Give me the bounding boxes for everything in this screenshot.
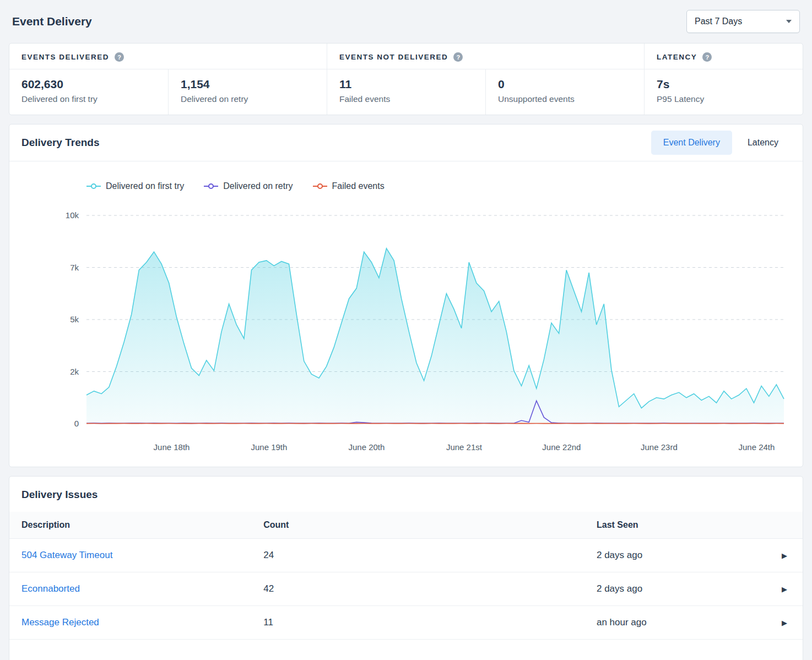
- chevron-right-icon[interactable]: ▶: [770, 574, 803, 604]
- summary-stats-card: EVENTS DELIVERED ? EVENTS NOT DELIVERED …: [9, 43, 803, 115]
- legend-label: Failed events: [332, 181, 385, 191]
- section-title-delivery-trends: Delivery Trends: [21, 137, 100, 149]
- date-range-select[interactable]: Past 7 Days: [686, 10, 800, 33]
- page-title: Event Delivery: [12, 15, 92, 28]
- issue-link[interactable]: Message Rejected: [9, 606, 251, 639]
- issues-table-header: Description Count Last Seen: [9, 512, 803, 539]
- chevron-right-icon[interactable]: ▶: [770, 608, 803, 638]
- chevron-down-icon: [786, 20, 792, 23]
- stats-section-label: EVENTS DELIVERED: [21, 53, 109, 61]
- svg-text:June 22nd: June 22nd: [542, 442, 581, 452]
- issue-count: 11: [251, 606, 584, 639]
- issue-count: 42: [251, 572, 584, 605]
- stat-value: 11: [339, 78, 473, 91]
- stat-label: Delivered on retry: [181, 94, 315, 104]
- svg-text:June 19th: June 19th: [251, 442, 287, 452]
- legend-label: Delivered on retry: [223, 181, 293, 191]
- column-header-count: Count: [251, 512, 584, 538]
- legend-item-retry[interactable]: Delivered on retry: [204, 181, 293, 191]
- stat-delivered-first-try: 602,630 Delivered on first try: [9, 69, 168, 115]
- stats-values: 602,630 Delivered on first try 1,154 Del…: [9, 69, 803, 115]
- column-header-spacer: [771, 517, 803, 533]
- issue-last-seen: 2 days ago: [584, 539, 771, 572]
- trends-header: Delivery Trends Event Delivery Latency: [9, 125, 803, 161]
- legend-label: Delivered on first try: [106, 181, 184, 191]
- chart-area: Delivered on first try Delivered on retr…: [9, 161, 803, 467]
- page: Event Delivery Past 7 Days EVENTS DELIVE…: [0, 0, 812, 660]
- svg-text:June 21st: June 21st: [446, 442, 483, 452]
- section-title-delivery-issues: Delivery Issues: [9, 489, 803, 512]
- column-header-last-seen: Last Seen: [584, 512, 771, 538]
- stats-section-label: EVENTS NOT DELIVERED: [339, 53, 448, 61]
- svg-text:5k: 5k: [70, 315, 79, 324]
- legend-marker-icon: [204, 183, 218, 190]
- stats-section-events-not-delivered: EVENTS NOT DELIVERED ?: [327, 44, 644, 69]
- help-icon[interactable]: ?: [453, 52, 463, 62]
- stat-label: P95 Latency: [657, 94, 791, 104]
- issue-link[interactable]: Econnaborted: [9, 572, 251, 605]
- column-header-description: Description: [9, 512, 251, 538]
- stat-value: 0: [498, 78, 632, 91]
- svg-text:0: 0: [74, 419, 79, 428]
- svg-text:7k: 7k: [70, 263, 79, 272]
- delivery-trends-chart: 02k5k7k10kJune 18thJune 19thJune 20thJun…: [21, 200, 788, 459]
- issue-count: 24: [251, 539, 584, 572]
- stat-p95-latency: 7s P95 Latency: [644, 69, 803, 115]
- trends-tabs: Event Delivery Latency: [651, 131, 791, 155]
- tab-latency[interactable]: Latency: [735, 131, 791, 155]
- tab-event-delivery[interactable]: Event Delivery: [651, 131, 732, 155]
- svg-text:June 20th: June 20th: [348, 442, 385, 452]
- stat-failed-events: 11 Failed events: [327, 69, 485, 115]
- stat-delivered-on-retry: 1,154 Delivered on retry: [168, 69, 327, 115]
- issue-last-seen: 2 days ago: [584, 572, 771, 605]
- help-icon[interactable]: ?: [702, 52, 712, 62]
- stats-section-events-delivered: EVENTS DELIVERED ?: [9, 44, 327, 69]
- delivery-trends-card: Delivery Trends Event Delivery Latency D…: [9, 124, 803, 467]
- stats-section-latency: LATENCY ?: [644, 44, 803, 69]
- chevron-right-icon[interactable]: ▶: [770, 540, 803, 571]
- stat-unsupported-events: 0 Unsupported events: [485, 69, 644, 115]
- stat-label: Delivered on first try: [21, 94, 156, 104]
- legend-item-failed[interactable]: Failed events: [313, 181, 385, 191]
- svg-text:2k: 2k: [70, 367, 79, 376]
- issue-row-504-gateway-timeout[interactable]: 504 Gateway Timeout 24 2 days ago ▶: [9, 539, 803, 572]
- stats-header: EVENTS DELIVERED ? EVENTS NOT DELIVERED …: [9, 44, 803, 69]
- legend-marker-icon: [313, 183, 327, 190]
- issue-link[interactable]: 504 Gateway Timeout: [9, 539, 251, 572]
- stat-label: Unsupported events: [498, 94, 632, 104]
- legend-item-first-try[interactable]: Delivered on first try: [86, 181, 184, 191]
- top-bar: Event Delivery Past 7 Days: [12, 10, 800, 33]
- chart-legend: Delivered on first try Delivered on retr…: [86, 181, 791, 191]
- stat-value: 602,630: [21, 78, 156, 91]
- date-range-value: Past 7 Days: [695, 17, 742, 26]
- svg-text:June 23rd: June 23rd: [641, 442, 678, 452]
- stat-label: Failed events: [339, 94, 473, 104]
- legend-marker-icon: [86, 183, 101, 190]
- svg-text:June 24th: June 24th: [738, 442, 775, 452]
- delivery-issues-card: Delivery Issues Description Count Last S…: [9, 476, 803, 660]
- svg-text:June 18th: June 18th: [154, 442, 190, 452]
- stat-value: 1,154: [181, 78, 315, 91]
- issue-row-econnaborted[interactable]: Econnaborted 42 2 days ago ▶: [9, 572, 803, 606]
- help-icon[interactable]: ?: [115, 52, 124, 62]
- issue-row-message-rejected[interactable]: Message Rejected 11 an hour ago ▶: [9, 606, 803, 640]
- stats-section-label: LATENCY: [657, 53, 697, 61]
- issue-last-seen: an hour ago: [584, 606, 771, 639]
- svg-text:10k: 10k: [66, 210, 79, 220]
- stat-value: 7s: [657, 78, 791, 91]
